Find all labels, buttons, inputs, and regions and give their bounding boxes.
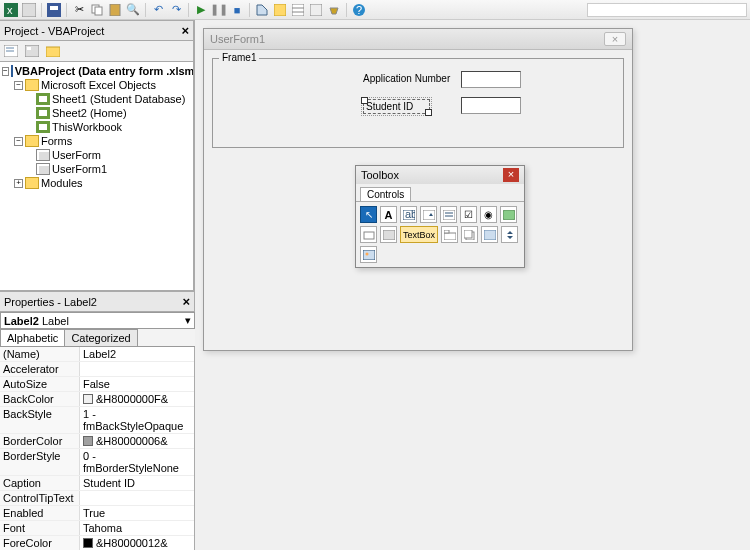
close-icon[interactable]: × bbox=[182, 294, 190, 309]
tool-pointer[interactable]: ↖ bbox=[360, 206, 377, 223]
project-icon bbox=[11, 65, 13, 77]
help-icon[interactable]: ? bbox=[351, 2, 367, 18]
tool-optionbutton[interactable]: ◉ bbox=[480, 206, 497, 223]
property-row[interactable]: EnabledTrue bbox=[0, 506, 194, 521]
toolbox-window[interactable]: Toolbox × Controls ↖ A ab ☑ ◉ TextBox bbox=[355, 165, 525, 268]
property-value[interactable]: Student ID bbox=[80, 476, 194, 490]
close-icon[interactable]: × bbox=[604, 32, 626, 46]
reset-icon[interactable]: ■ bbox=[229, 2, 245, 18]
tool-togglebutton[interactable] bbox=[500, 206, 517, 223]
tool-checkbox[interactable]: ☑ bbox=[460, 206, 477, 223]
properties-grid[interactable]: (Name)Label2AcceleratorAutoSizeFalseBack… bbox=[0, 347, 195, 550]
property-value[interactable]: Label2 bbox=[80, 347, 194, 361]
break-icon[interactable]: ❚❚ bbox=[211, 2, 227, 18]
close-icon[interactable]: × bbox=[503, 168, 519, 182]
excel-icon[interactable]: x bbox=[3, 2, 19, 18]
insert-form-icon[interactable] bbox=[21, 2, 37, 18]
property-value[interactable]: &H80000006& bbox=[80, 434, 194, 448]
cut-icon[interactable]: ✂ bbox=[71, 2, 87, 18]
property-name: Font bbox=[0, 521, 80, 535]
svg-rect-31 bbox=[444, 230, 449, 233]
folder-toggle-icon[interactable] bbox=[44, 43, 62, 59]
view-object-icon[interactable] bbox=[23, 43, 41, 59]
property-row[interactable]: CaptionStudent ID bbox=[0, 476, 194, 491]
label-application-number[interactable]: Application Number bbox=[363, 73, 450, 84]
tool-commandbutton[interactable] bbox=[380, 226, 397, 243]
properties-icon[interactable] bbox=[290, 2, 306, 18]
tool-label[interactable]: A bbox=[380, 206, 397, 223]
property-value[interactable]: 1 - fmBackStyleOpaque bbox=[80, 407, 194, 433]
project-tree[interactable]: − VBAProject (Data entry form .xlsm) − M… bbox=[0, 61, 194, 291]
property-value[interactable]: False bbox=[80, 377, 194, 391]
property-row[interactable]: BorderStyle0 - fmBorderStyleNone bbox=[0, 449, 194, 476]
textbox-student-id[interactable] bbox=[461, 97, 521, 114]
tab-categorized[interactable]: Categorized bbox=[64, 329, 137, 346]
property-value[interactable]: True bbox=[80, 506, 194, 520]
tool-combobox[interactable] bbox=[420, 206, 437, 223]
copy-icon[interactable] bbox=[89, 2, 105, 18]
tool-listbox[interactable] bbox=[440, 206, 457, 223]
tab-alphabetic[interactable]: Alphabetic bbox=[0, 329, 65, 346]
toolbox-tab-controls[interactable]: Controls bbox=[360, 187, 411, 201]
toolbox-titlebar[interactable]: Toolbox × bbox=[356, 166, 524, 184]
property-row[interactable]: Accelerator bbox=[0, 362, 194, 377]
tree-item-sheet2[interactable]: Sheet2 (Home) bbox=[0, 106, 193, 120]
tool-spinbutton[interactable] bbox=[501, 226, 518, 243]
close-icon[interactable]: × bbox=[181, 23, 189, 38]
expand-icon[interactable]: + bbox=[14, 179, 23, 188]
tree-project-root[interactable]: − VBAProject (Data entry form .xlsm) bbox=[0, 64, 193, 78]
collapse-icon[interactable]: − bbox=[2, 67, 9, 76]
property-row[interactable]: BackStyle1 - fmBackStyleOpaque bbox=[0, 407, 194, 434]
collapse-icon[interactable]: − bbox=[14, 81, 23, 90]
tree-item-userform[interactable]: UserForm bbox=[0, 148, 193, 162]
tool-tabstrip[interactable] bbox=[441, 226, 458, 243]
property-row[interactable]: BackColor&H8000000F& bbox=[0, 392, 194, 407]
tree-item-sheet1[interactable]: Sheet1 (Student Database) bbox=[0, 92, 193, 106]
property-value[interactable]: &H8000000F& bbox=[80, 392, 194, 406]
undo-icon[interactable]: ↶ bbox=[150, 2, 166, 18]
svg-rect-9 bbox=[292, 4, 304, 16]
property-value[interactable]: Tahoma bbox=[80, 521, 194, 535]
tool-scrollbar[interactable] bbox=[481, 226, 498, 243]
tree-item-userform1[interactable]: UserForm1 bbox=[0, 162, 193, 176]
label-student-id[interactable]: Student ID bbox=[363, 99, 430, 114]
property-value[interactable] bbox=[80, 362, 194, 376]
tree-folder-excel-objects[interactable]: − Microsoft Excel Objects bbox=[0, 78, 193, 92]
redo-icon[interactable]: ↷ bbox=[168, 2, 184, 18]
project-explorer-icon[interactable] bbox=[272, 2, 288, 18]
view-code-icon[interactable] bbox=[2, 43, 20, 59]
toolbox-icon[interactable] bbox=[326, 2, 342, 18]
object-selector[interactable]: Label2 Label ▾ bbox=[0, 312, 195, 329]
tool-textbox-tooltip[interactable]: TextBox bbox=[400, 226, 438, 243]
property-row[interactable]: ControlTipText bbox=[0, 491, 194, 506]
property-row[interactable]: AutoSizeFalse bbox=[0, 377, 194, 392]
property-row[interactable]: FontTahoma bbox=[0, 521, 194, 536]
tree-folder-forms[interactable]: − Forms bbox=[0, 134, 193, 148]
form-icon bbox=[36, 163, 50, 175]
save-icon[interactable] bbox=[46, 2, 62, 18]
userform-titlebar[interactable]: UserForm1 × bbox=[204, 29, 632, 50]
run-icon[interactable]: ▶ bbox=[193, 2, 209, 18]
svg-rect-28 bbox=[364, 232, 374, 239]
tree-item-thisworkbook[interactable]: ThisWorkbook bbox=[0, 120, 193, 134]
property-value[interactable]: &H80000012& bbox=[80, 536, 194, 550]
property-name: BackStyle bbox=[0, 407, 80, 433]
property-value[interactable]: 0 - fmBorderStyleNone bbox=[80, 449, 194, 475]
collapse-icon[interactable]: − bbox=[14, 137, 23, 146]
tool-frame[interactable] bbox=[360, 226, 377, 243]
textbox-application-number[interactable] bbox=[461, 71, 521, 88]
object-browser-icon[interactable] bbox=[308, 2, 324, 18]
property-row[interactable]: BorderColor&H80000006& bbox=[0, 434, 194, 449]
svg-point-36 bbox=[365, 252, 368, 255]
paste-icon[interactable] bbox=[107, 2, 123, 18]
find-icon[interactable]: 🔍 bbox=[125, 2, 141, 18]
frame1[interactable]: Frame1 Application Number Student ID bbox=[212, 58, 624, 148]
design-mode-icon[interactable] bbox=[254, 2, 270, 18]
tool-multipage[interactable] bbox=[461, 226, 478, 243]
tool-textbox[interactable]: ab bbox=[400, 206, 417, 223]
tool-image[interactable] bbox=[360, 246, 377, 263]
property-row[interactable]: (Name)Label2 bbox=[0, 347, 194, 362]
property-row[interactable]: ForeColor&H80000012& bbox=[0, 536, 194, 550]
tree-folder-modules[interactable]: + Modules bbox=[0, 176, 193, 190]
property-value[interactable] bbox=[80, 491, 194, 505]
